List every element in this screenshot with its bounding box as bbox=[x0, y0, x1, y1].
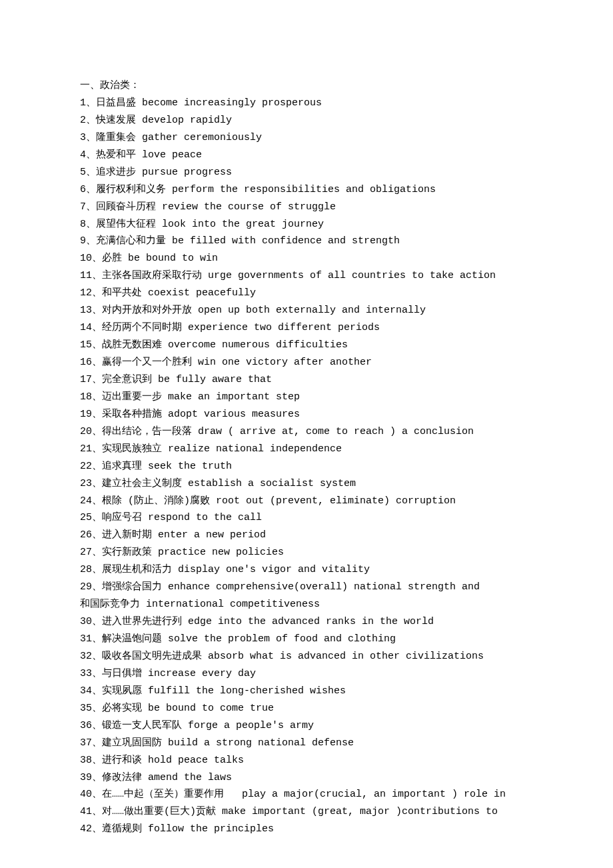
list-item: 2、快速发展 develop rapidly bbox=[80, 112, 533, 129]
list-item: 20、得出结论，告一段落 draw ( arrive at, come to r… bbox=[80, 423, 533, 441]
list-item: 7、回顾奋斗历程 review the course of struggle bbox=[80, 199, 533, 216]
list-item: 5、追求进步 pursue progress bbox=[80, 164, 533, 181]
list-item: 31、解决温饱问题 solve the problem of food and … bbox=[80, 631, 533, 648]
list-item: 9、充满信心和力量 be filled with confidence and … bbox=[80, 233, 533, 250]
list-item: 41、对……做出重要(巨大)贡献 make important (great, … bbox=[80, 803, 533, 821]
document-page: 一、政治类： 1、日益昌盛 become increasingly prospe… bbox=[0, 0, 613, 868]
list-item: 40、在……中起（至关）重要作用 play a major(crucial, a… bbox=[80, 786, 533, 803]
list-item: 和国际竞争力 international competitiveness bbox=[80, 596, 533, 613]
list-item: 15、战胜无数困难 overcome numerous difficulties bbox=[80, 337, 533, 354]
list-item: 35、必将实现 be bound to come true bbox=[80, 700, 533, 717]
list-item: 25、响应号召 respond to the call bbox=[80, 509, 533, 527]
list-item: 19、采取各种措施 adopt various measures bbox=[80, 406, 533, 423]
list-item: 22、追求真理 seek the truth bbox=[80, 458, 533, 475]
list-item: 8、展望伟大征程 look into the great journey bbox=[80, 216, 533, 233]
list-item: 23、建立社会主义制度 establish a socialist system bbox=[80, 475, 533, 493]
list-item: 30、进入世界先进行列 edge into the advanced ranks… bbox=[80, 613, 533, 631]
list-item: 26、进入新时期 enter a new period bbox=[80, 527, 533, 544]
list-item: 6、履行权利和义务 perform the responsibilities a… bbox=[80, 181, 533, 199]
list-item: 21、实现民族独立 realize national independence bbox=[80, 441, 533, 458]
list-item: 24、根除 (防止、消除)腐败 root out (prevent, elimi… bbox=[80, 493, 533, 510]
list-item: 38、进行和谈 hold peace talks bbox=[80, 752, 533, 769]
list-item: 10、必胜 be bound to win bbox=[80, 250, 533, 267]
list-item: 27、实行新政策 practice new policies bbox=[80, 544, 533, 561]
list-item: 29、增强综合国力 enhance comprehensive(overall)… bbox=[80, 579, 533, 596]
list-item: 34、实现夙愿 fulfill the long-cherished wishe… bbox=[80, 683, 533, 700]
list-item: 28、展现生机和活力 display one's vigor and vital… bbox=[80, 561, 533, 579]
list-item: 13、对内开放和对外开放 open up both externally and… bbox=[80, 302, 533, 319]
list-item: 14、经历两个不同时期 experience two different per… bbox=[80, 319, 533, 337]
list-item: 3、隆重集会 gather ceremoniously bbox=[80, 129, 533, 147]
list-item: 17、完全意识到 be fully aware that bbox=[80, 371, 533, 389]
items-list: 1、日益昌盛 become increasingly prosperous2、快… bbox=[80, 95, 533, 838]
list-item: 42、遵循规则 follow the principles bbox=[80, 821, 533, 838]
list-item: 11、主张各国政府采取行动 urge governments of all co… bbox=[80, 267, 533, 285]
list-item: 16、赢得一个又一个胜利 win one victory after anoth… bbox=[80, 354, 533, 371]
list-item: 37、建立巩固国防 build a strong national defens… bbox=[80, 735, 533, 752]
list-item: 36、锻造一支人民军队 forge a people's army bbox=[80, 717, 533, 735]
list-item: 12、和平共处 coexist peacefully bbox=[80, 285, 533, 302]
list-item: 32、吸收各国文明先进成果 absorb what is advanced in… bbox=[80, 648, 533, 665]
list-item: 1、日益昌盛 become increasingly prosperous bbox=[80, 95, 533, 112]
list-item: 4、热爱和平 love peace bbox=[80, 147, 533, 164]
section-heading: 一、政治类： bbox=[80, 77, 533, 95]
list-item: 33、与日俱增 increase every day bbox=[80, 665, 533, 683]
list-item: 39、修改法律 amend the laws bbox=[80, 769, 533, 787]
list-item: 18、迈出重要一步 make an important step bbox=[80, 389, 533, 406]
